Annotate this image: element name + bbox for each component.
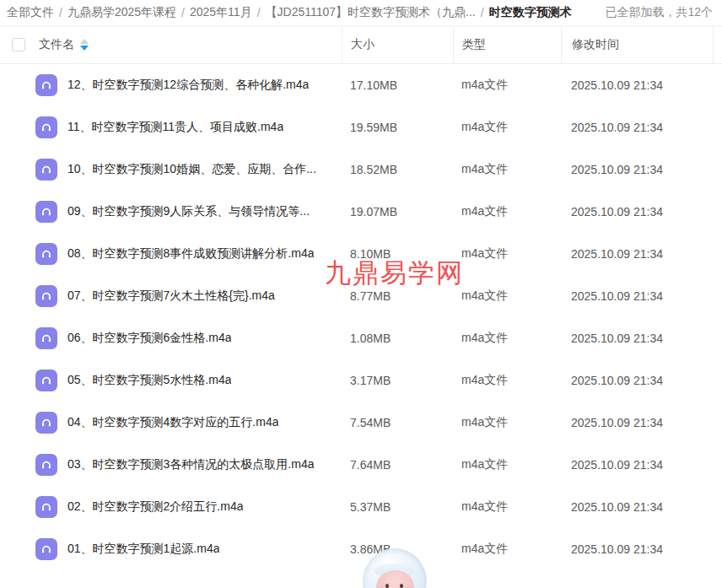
file-name[interactable]: 09、时空数字预测9人际关系、与领导情况等...	[67, 204, 310, 219]
file-type: m4a文件	[453, 528, 561, 570]
header-cell-pad	[713, 26, 722, 63]
file-name-cell[interactable]: 02、时空数字预测2介绍五行.m4a	[0, 486, 342, 528]
file-type: m4a文件	[453, 444, 561, 486]
file-modified: 2025.10.09 21:34	[561, 148, 713, 191]
file-modified: 2025.10.09 21:34	[561, 233, 713, 275]
audio-file-icon	[35, 454, 57, 476]
file-modified: 2025.10.09 21:34	[561, 191, 713, 233]
table-row[interactable]: 10、时空数字预测10婚姻、恋爱、应期、合作... 18.52MB m4a文件 …	[0, 148, 722, 191]
file-name[interactable]: 04、时空数字预测4数字对应的五行.m4a	[67, 415, 278, 430]
file-size: 19.07MB	[342, 191, 453, 233]
header-cell-size: 大小	[342, 26, 453, 63]
breadcrumb-separator: /	[181, 6, 185, 19]
select-all-checkbox[interactable]	[12, 38, 25, 51]
table-row[interactable]: 06、时空数字预测6金性格.m4a 1.08MB m4a文件 2025.10.0…	[0, 317, 722, 359]
file-name[interactable]: 08、时空数字预测8事件成败预测讲解分析.m4a	[67, 246, 314, 262]
file-name-cell[interactable]: 07、时空数字预测7火木土性格{完}.m4a	[0, 275, 342, 317]
file-name[interactable]: 11、时空数字预测11贵人、项目成败.m4a	[67, 120, 283, 135]
header-cell-modified: 修改时间	[561, 26, 713, 63]
file-type: m4a文件	[453, 106, 561, 148]
file-type: m4a文件	[453, 233, 561, 275]
file-size: 8.77MB	[342, 275, 453, 317]
file-size: 18.52MB	[342, 148, 453, 191]
file-name-cell[interactable]: 12、时空数字预测12综合预测、各种化解.m4a	[0, 64, 342, 106]
audio-file-icon	[35, 159, 57, 181]
file-name[interactable]: 06、时空数字预测6金性格.m4a	[67, 331, 231, 346]
file-type: m4a文件	[453, 275, 561, 317]
audio-file-icon	[35, 285, 57, 307]
header-label-name: 文件名	[39, 37, 74, 52]
file-manager-page: 全部文件 / 九鼎易学2025年课程 / 2025年11月 / 【JD25111…	[0, 0, 722, 588]
breadcrumb-item[interactable]: 九鼎易学2025年课程	[67, 5, 176, 20]
file-modified: 2025.10.09 21:34	[561, 317, 713, 359]
file-name[interactable]: 03、时空数字预测3各种情况的太极点取用.m4a	[67, 457, 314, 472]
breadcrumb-bar: 全部文件 / 九鼎易学2025年课程 / 2025年11月 / 【JD25111…	[0, 0, 722, 25]
file-name[interactable]: 01、时空数字预测1起源.m4a	[67, 542, 219, 557]
breadcrumb-separator: /	[59, 6, 62, 19]
file-modified: 2025.10.09 21:34	[561, 64, 713, 106]
audio-file-icon	[35, 370, 57, 391]
file-type: m4a文件	[453, 191, 561, 233]
table-row[interactable]: 12、时空数字预测12综合预测、各种化解.m4a 17.10MB m4a文件 2…	[0, 64, 722, 106]
file-name-cell[interactable]: 10、时空数字预测10婚姻、恋爱、应期、合作...	[0, 148, 342, 191]
file-modified: 2025.10.09 21:34	[561, 106, 713, 148]
file-type: m4a文件	[453, 486, 561, 528]
file-name[interactable]: 07、时空数字预测7火木土性格{完}.m4a	[67, 289, 275, 304]
file-type: m4a文件	[453, 148, 561, 191]
file-modified: 2025.10.09 21:34	[561, 486, 713, 528]
breadcrumb-item[interactable]: 【JD2511107】时空数字预测术（九鼎...	[266, 5, 476, 20]
breadcrumb: 全部文件 / 九鼎易学2025年课程 / 2025年11月 / 【JD25111…	[7, 5, 605, 20]
header-label-type: 类型	[462, 37, 486, 52]
sort-carets-icon[interactable]	[80, 39, 89, 51]
assistant-mascot[interactable]	[363, 548, 427, 588]
file-modified: 2025.10.09 21:34	[561, 275, 713, 317]
table-row[interactable]: 11、时空数字预测11贵人、项目成败.m4a 19.59MB m4a文件 202…	[0, 106, 722, 148]
table-header: 文件名 大小 类型 修改时间	[0, 25, 722, 64]
file-modified: 2025.10.09 21:34	[561, 528, 713, 570]
file-name[interactable]: 02、时空数字预测2介绍五行.m4a	[67, 499, 243, 515]
file-name-cell[interactable]: 03、时空数字预测3各种情况的太极点取用.m4a	[0, 444, 342, 486]
file-modified: 2025.10.09 21:34	[561, 402, 713, 444]
audio-file-icon	[35, 116, 57, 138]
file-name-cell[interactable]: 06、时空数字预测6金性格.m4a	[0, 317, 342, 359]
breadcrumb-item[interactable]: 2025年11月	[190, 5, 252, 20]
table-row[interactable]: 04、时空数字预测4数字对应的五行.m4a 7.54MB m4a文件 2025.…	[0, 402, 722, 444]
file-name[interactable]: 05、时空数字预测5水性格.m4a	[67, 373, 231, 388]
table-row[interactable]: 02、时空数字预测2介绍五行.m4a 5.37MB m4a文件 2025.10.…	[0, 486, 722, 528]
file-name-cell[interactable]: 08、时空数字预测8事件成败预测讲解分析.m4a	[0, 233, 342, 275]
header-label-size: 大小	[351, 37, 374, 52]
file-name[interactable]: 10、时空数字预测10婚姻、恋爱、应期、合作...	[67, 162, 316, 177]
load-status: 已全部加载，共12个	[605, 5, 713, 20]
audio-file-icon	[35, 243, 57, 265]
file-size: 5.37MB	[342, 486, 453, 528]
table-row[interactable]: 09、时空数字预测9人际关系、与领导情况等... 19.07MB m4a文件 2…	[0, 191, 722, 233]
file-modified: 2025.10.09 21:34	[561, 359, 713, 402]
breadcrumb-separator: /	[257, 6, 261, 19]
table-row[interactable]: 08、时空数字预测8事件成败预测讲解分析.m4a 8.10MB m4a文件 20…	[0, 233, 722, 275]
file-name-cell[interactable]: 04、时空数字预测4数字对应的五行.m4a	[0, 402, 342, 444]
audio-file-icon	[35, 201, 57, 223]
table-row[interactable]: 05、时空数字预测5水性格.m4a 3.17MB m4a文件 2025.10.0…	[0, 359, 722, 402]
header-label-modified: 修改时间	[572, 37, 619, 52]
audio-file-icon	[35, 74, 57, 96]
file-size: 7.54MB	[342, 402, 453, 444]
breadcrumb-item[interactable]: 全部文件	[7, 5, 54, 20]
breadcrumb-item: 时空数字预测术	[489, 5, 572, 20]
file-size: 1.08MB	[342, 317, 453, 359]
file-name[interactable]: 12、时空数字预测12综合预测、各种化解.m4a	[67, 78, 309, 93]
file-list: 12、时空数字预测12综合预测、各种化解.m4a 17.10MB m4a文件 2…	[0, 64, 722, 570]
table-row[interactable]: 07、时空数字预测7火木土性格{完}.m4a 8.77MB m4a文件 2025…	[0, 275, 722, 317]
file-size: 17.10MB	[342, 64, 453, 106]
file-name-cell[interactable]: 05、时空数字预测5水性格.m4a	[0, 359, 342, 402]
table-row[interactable]: 01、时空数字预测1起源.m4a 3.86MB m4a文件 2025.10.09…	[0, 528, 722, 570]
file-name-cell[interactable]: 11、时空数字预测11贵人、项目成败.m4a	[0, 106, 342, 148]
file-name-cell[interactable]: 09、时空数字预测9人际关系、与领导情况等...	[0, 191, 342, 233]
file-size: 19.59MB	[342, 106, 453, 148]
header-cell-type: 类型	[453, 26, 561, 63]
file-size: 3.17MB	[342, 359, 453, 402]
table-row[interactable]: 03、时空数字预测3各种情况的太极点取用.m4a 7.64MB m4a文件 20…	[0, 444, 722, 486]
file-modified: 2025.10.09 21:34	[561, 444, 713, 486]
audio-file-icon	[35, 496, 57, 518]
audio-file-icon	[35, 412, 57, 434]
file-name-cell[interactable]: 01、时空数字预测1起源.m4a	[0, 528, 342, 570]
